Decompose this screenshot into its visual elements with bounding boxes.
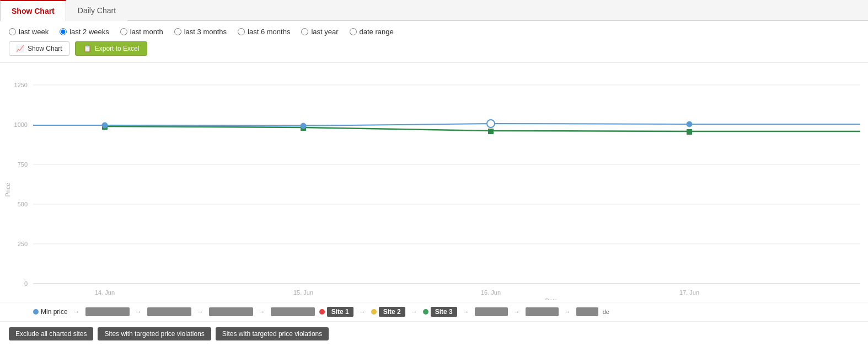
legend-site1: Site 1: [319, 307, 353, 317]
legend-arrow-1: →: [73, 308, 80, 316]
legend-row: Min price → → → → Site 1 → Site 2 →: [0, 302, 868, 321]
targeted-violations-button-1[interactable]: Sites with targeted price violations: [98, 327, 211, 340]
svg-text:15. Jun: 15. Jun: [293, 289, 313, 296]
radio-last-week[interactable]: last week: [9, 28, 49, 36]
tab-bar: Show Chart Daily Chart: [0, 0, 868, 21]
svg-text:250: 250: [18, 241, 28, 247]
legend-arrow-8: →: [513, 308, 520, 316]
site2-dot: [371, 309, 377, 315]
radio-last-2-weeks[interactable]: last 2 weeks: [60, 28, 109, 36]
targeted-violations-button-2[interactable]: Sites with targeted price violations: [216, 327, 329, 340]
tab-show-chart[interactable]: Show Chart: [0, 0, 66, 21]
svg-point-23: [102, 123, 108, 128]
legend-arrow-4: →: [259, 308, 265, 316]
radio-last-6-months[interactable]: last 6 months: [238, 28, 290, 36]
legend-bar-6: [526, 307, 559, 316]
legend-min-price: Min price: [33, 308, 68, 316]
radio-last-month[interactable]: last month: [120, 28, 163, 36]
min-price-dot: [33, 309, 39, 315]
legend-bar-7: [576, 307, 598, 316]
legend-arrow-5: →: [359, 308, 366, 316]
site1-dot: [319, 309, 325, 315]
legend-bar-5: [475, 307, 508, 316]
legend-more: de: [603, 308, 609, 315]
chart-svg-container: Price 0 250 500 750 1000 1250: [0, 68, 868, 302]
svg-text:750: 750: [18, 161, 28, 168]
show-chart-button[interactable]: 📈 Show Chart: [9, 41, 69, 56]
svg-text:16. Jun: 16. Jun: [481, 289, 501, 296]
svg-text:500: 500: [18, 201, 28, 207]
action-buttons: 📈 Show Chart 📋 Export to Excel: [9, 41, 859, 56]
legend-arrow-2: →: [135, 308, 142, 316]
svg-point-25: [487, 120, 495, 127]
svg-point-24: [301, 123, 306, 129]
svg-rect-0: [0, 68, 868, 300]
legend-bar-4: [271, 307, 315, 316]
svg-rect-21: [488, 129, 494, 134]
legend-site2: Site 2: [371, 307, 405, 317]
svg-text:Date: Date: [545, 297, 558, 300]
radio-last-year[interactable]: last year: [301, 28, 338, 36]
legend-bar-3: [209, 307, 253, 316]
bottom-buttons: Exclude all charted sites Sites with tar…: [0, 321, 868, 346]
chart-area: Product 1 Price 0 250 500 750: [0, 63, 868, 321]
legend-arrow-6: →: [411, 308, 417, 316]
export-excel-button[interactable]: 📋 Export to Excel: [75, 41, 148, 56]
chart-icon: 📈: [16, 45, 24, 52]
exclude-all-button[interactable]: Exclude all charted sites: [9, 327, 93, 340]
svg-text:Price: Price: [4, 183, 11, 196]
radio-date-range[interactable]: date range: [350, 28, 394, 36]
svg-rect-22: [687, 129, 692, 135]
svg-text:17. Jun: 17. Jun: [679, 289, 699, 296]
legend-arrow-3: →: [197, 308, 203, 316]
legend-arrow-7: →: [463, 308, 469, 316]
svg-text:0: 0: [24, 280, 28, 287]
svg-text:1000: 1000: [14, 121, 28, 128]
legend-bar-2: [147, 307, 191, 316]
tab-daily-chart[interactable]: Daily Chart: [66, 0, 127, 21]
excel-icon: 📋: [83, 45, 92, 52]
legend-arrow-9: →: [564, 308, 571, 316]
main-container: Show Chart Daily Chart last week last 2 …: [0, 0, 868, 346]
time-range-group: last week last 2 weeks last month last 3…: [9, 28, 859, 36]
svg-point-26: [687, 121, 692, 127]
site3-dot: [423, 309, 428, 315]
controls-area: last week last 2 weeks last month last 3…: [0, 21, 868, 63]
radio-last-3-months[interactable]: last 3 months: [174, 28, 227, 36]
legend-bar-1: [85, 307, 130, 316]
legend-site3: Site 3: [423, 307, 457, 317]
svg-text:14. Jun: 14. Jun: [95, 289, 115, 296]
svg-text:1250: 1250: [14, 82, 28, 88]
chart-svg: Price 0 250 500 750 1000 1250: [0, 68, 868, 300]
